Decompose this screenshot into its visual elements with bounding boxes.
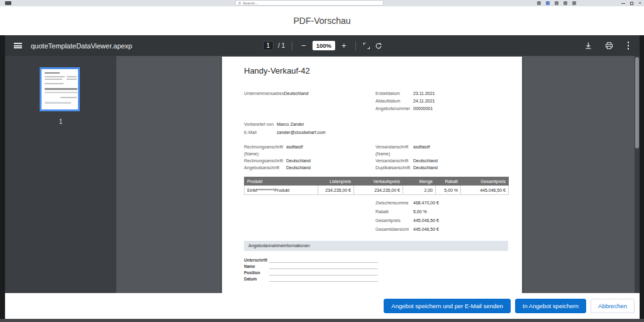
scrollbar[interactable] [635,56,640,293]
close-icon[interactable]: × [638,0,641,6]
fit-page-icon[interactable] [363,42,370,50]
rotate-icon[interactable] [375,42,382,50]
signature-field-label: Datum [244,276,269,282]
signature-block: Unterschrift Name Position Datum [244,257,378,282]
app-icon [5,1,11,5]
save-and-email-button[interactable]: Angebot speichern und per E-Mail senden [384,299,510,313]
field-label: Duplikatsanschrift [375,164,413,171]
column-header: Listenpreis [318,177,354,186]
table-cell: EinM**********Produkt [245,186,318,195]
field-value: Deutschland [286,157,311,164]
download-icon[interactable] [584,42,592,50]
pdf-page: Handy-Verkauf-42 UnternehmensadresDeutsc… [222,57,522,293]
cancel-button[interactable]: Abbrechen [591,299,635,313]
screen: × PDF-Vorschau quoteTemplateDataViewer.a… [0,0,644,322]
pdf-viewer: 1 Handy-Verkauf-42 UnternehmensadresDeut… [5,56,640,293]
field-label: Angebotsnummer [375,105,413,113]
window-frame-right [640,35,644,319]
shipping-addresses: Versandanschrift (Name)asdfasdf Versanda… [375,143,438,171]
browser-top-strip: × [0,0,644,6]
toolbar-center-controls: 1 / 1 − 100% + [262,41,382,50]
window-frame-bottom [0,319,644,322]
field-label: Unternehmensadres [244,90,284,97]
header-icon[interactable] [564,1,567,5]
signature-line [269,271,378,275]
pdf-filename: quoteTemplateDataViewer.apexp [31,42,132,50]
dialog-header: PDF-Vorschau [0,6,644,35]
field-value: Deutschland [413,157,438,164]
search-input[interactable] [243,1,380,5]
table-cell: 234.235,00 € [354,186,403,195]
page-number-input[interactable]: 1 [262,41,274,50]
print-icon[interactable] [605,42,613,50]
signature-line [269,265,378,269]
field-label: Vorbereitet von [244,120,277,128]
thumbnail-panel: 1 [5,56,116,293]
header-icon[interactable] [546,1,550,5]
field-value: 23.11.2021 [413,90,435,97]
maximize-icon[interactable] [630,2,633,5]
more-options-icon[interactable] [626,42,631,50]
browser-header-icons [537,1,576,5]
table-cell: 445.046,50 € [461,186,509,195]
table-cell: 234.235,00 € [318,186,354,195]
column-header: Menge [403,177,436,186]
acceptance-section-header: Angebotannahmeinformationen [244,241,508,251]
field-value: 468.470,00 € [413,199,439,208]
field-value: Marco Zander [277,120,304,128]
field-label: E-Mail [244,128,277,136]
field-value: zander@cloudwharf.com [277,128,326,136]
toolbar-right-controls [584,42,631,50]
window-frame-left [0,35,5,319]
signature-field-label: Name [244,264,269,269]
field-label: Versandanschrift (Name) [375,143,413,157]
zoom-in-button[interactable]: + [340,42,348,50]
table-row: EinM**********Produkt 234.235,00 € 234.2… [245,186,509,195]
signature-line [269,258,378,263]
signature-line [269,277,378,282]
billing-addresses: Rechnungsanschrift (Name)asdfasdf Rechnu… [244,143,311,171]
line-items-table: Produkt Listenpreis Verkaufspreis Menge … [244,177,509,195]
field-label: Rabatt [375,208,413,216]
header-icon[interactable] [555,1,558,5]
toolbar-divider [355,42,356,50]
field-label: Rechnungsanschrift [244,157,286,164]
table-cell: 2,00 [403,186,436,195]
menu-icon[interactable] [14,43,22,48]
signature-field-label: Position [244,270,269,275]
search-icon [238,2,241,4]
field-label: Erstelldatum [375,90,413,97]
page-thumbnail[interactable] [40,67,80,111]
table-cell: 5,00 % [436,186,461,195]
company-address: UnternehmensadresDeutschland [244,90,308,97]
field-label: Gesamtübersicht [375,225,413,234]
minimize-icon[interactable] [621,3,625,4]
field-value: asdfasdf [286,143,303,150]
field-label: Gesamtpreis [375,216,413,225]
header-icon[interactable] [572,1,576,5]
quote-meta: Erstelldatum23.11.2021 Ablaufdatum24.11.… [375,90,435,113]
dialog-title: PDF-Vorschau [0,6,644,35]
zoom-out-button[interactable]: − [299,42,308,50]
signature-field-label: Unterschrift [244,257,269,263]
zoom-level[interactable]: 100% [313,41,335,50]
header-icon[interactable] [537,1,541,5]
field-value: 00000001 [413,105,433,113]
scrollbar-thumb[interactable] [635,57,639,148]
table-header-row: Produkt Listenpreis Verkaufspreis Menge … [245,177,509,186]
field-value: 24.11.2021 [413,97,435,105]
global-search[interactable] [235,0,384,6]
field-value: 5,00 % [413,208,427,216]
column-header: Gesamtpreis [461,177,509,186]
totals-summary: Zwischensumme468.470,00 € Rabatt5,00 % G… [375,199,439,234]
field-value: Deutschland [413,164,438,171]
column-header: Rabatt [436,177,461,186]
save-to-quote-button[interactable]: In Angebot speichern [515,299,586,313]
field-label: Ablaufdatum [375,97,413,105]
window-controls: × [621,0,641,6]
field-value: asdfasdf [413,143,430,150]
field-value: Deutschland [284,90,308,97]
pdf-toolbar: quoteTemplateDataViewer.apexp 1 / 1 − 10… [5,35,640,56]
field-label: Angebotsanschrift [244,164,286,171]
footer-bar: Angebot speichern und per E-Mail senden … [5,293,640,319]
